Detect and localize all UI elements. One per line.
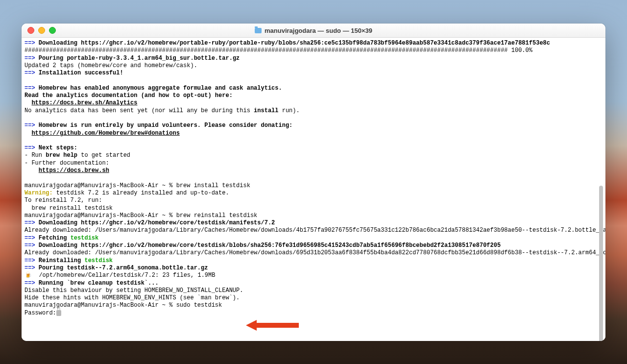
key-icon	[56, 310, 61, 316]
folder-icon	[255, 28, 262, 33]
scrollbar[interactable]	[598, 39, 604, 340]
window-title-text: manuvirajgodara — sudo — 150×39	[265, 27, 372, 34]
terminal-window: manuvirajgodara — sudo — 150×39 ==> Down…	[22, 24, 605, 341]
prompt-line: manuvirajgodara@Manuvirajs-MacBook-Air ~…	[24, 302, 603, 309]
prompt-line: manuvirajgodara@Manuvirajs-MacBook-Air ~…	[24, 182, 603, 190]
scrollbar-thumb[interactable]	[599, 186, 603, 341]
window-titlebar[interactable]: manuvirajgodara — sudo — 150×39	[22, 24, 605, 38]
prompt-line: manuvirajgodara@Manuvirajs-MacBook-Air ~…	[24, 212, 603, 219]
window-title: manuvirajgodara — sudo — 150×39	[22, 27, 605, 34]
terminal-content[interactable]: ==> Downloading https://ghcr.io/v2/homeb…	[22, 38, 605, 341]
desktop-background: manuvirajgodara — sudo — 150×39 ==> Down…	[0, 0, 627, 364]
